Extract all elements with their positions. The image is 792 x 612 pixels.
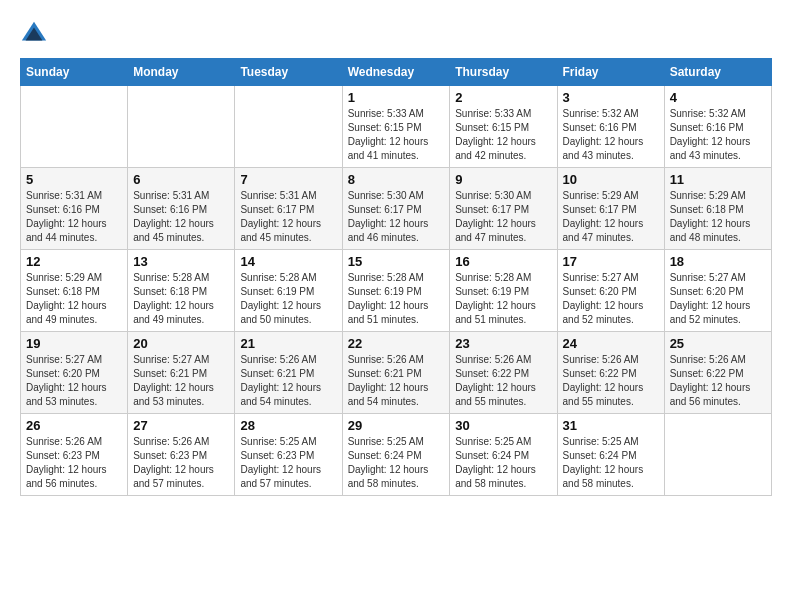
day-info: Sunrise: 5:25 AM Sunset: 6:23 PM Dayligh… <box>240 435 336 491</box>
week-row-4: 19Sunrise: 5:27 AM Sunset: 6:20 PM Dayli… <box>21 332 772 414</box>
calendar-cell: 31Sunrise: 5:25 AM Sunset: 6:24 PM Dayli… <box>557 414 664 496</box>
calendar-cell: 2Sunrise: 5:33 AM Sunset: 6:15 PM Daylig… <box>450 86 557 168</box>
day-number: 11 <box>670 172 766 187</box>
calendar-cell <box>21 86 128 168</box>
calendar-cell: 12Sunrise: 5:29 AM Sunset: 6:18 PM Dayli… <box>21 250 128 332</box>
day-of-week-friday: Friday <box>557 59 664 86</box>
calendar-cell: 20Sunrise: 5:27 AM Sunset: 6:21 PM Dayli… <box>128 332 235 414</box>
week-row-5: 26Sunrise: 5:26 AM Sunset: 6:23 PM Dayli… <box>21 414 772 496</box>
logo <box>20 20 52 48</box>
calendar-cell: 14Sunrise: 5:28 AM Sunset: 6:19 PM Dayli… <box>235 250 342 332</box>
day-info: Sunrise: 5:30 AM Sunset: 6:17 PM Dayligh… <box>455 189 551 245</box>
calendar-cell: 29Sunrise: 5:25 AM Sunset: 6:24 PM Dayli… <box>342 414 450 496</box>
day-number: 22 <box>348 336 445 351</box>
day-info: Sunrise: 5:29 AM Sunset: 6:18 PM Dayligh… <box>26 271 122 327</box>
calendar-cell: 3Sunrise: 5:32 AM Sunset: 6:16 PM Daylig… <box>557 86 664 168</box>
calendar-table: SundayMondayTuesdayWednesdayThursdayFrid… <box>20 58 772 496</box>
day-info: Sunrise: 5:32 AM Sunset: 6:16 PM Dayligh… <box>670 107 766 163</box>
day-number: 12 <box>26 254 122 269</box>
day-info: Sunrise: 5:32 AM Sunset: 6:16 PM Dayligh… <box>563 107 659 163</box>
day-info: Sunrise: 5:27 AM Sunset: 6:20 PM Dayligh… <box>26 353 122 409</box>
day-number: 26 <box>26 418 122 433</box>
day-number: 19 <box>26 336 122 351</box>
calendar-cell: 17Sunrise: 5:27 AM Sunset: 6:20 PM Dayli… <box>557 250 664 332</box>
day-info: Sunrise: 5:28 AM Sunset: 6:19 PM Dayligh… <box>348 271 445 327</box>
day-info: Sunrise: 5:28 AM Sunset: 6:19 PM Dayligh… <box>240 271 336 327</box>
day-info: Sunrise: 5:27 AM Sunset: 6:20 PM Dayligh… <box>670 271 766 327</box>
day-info: Sunrise: 5:26 AM Sunset: 6:21 PM Dayligh… <box>240 353 336 409</box>
day-number: 20 <box>133 336 229 351</box>
week-row-2: 5Sunrise: 5:31 AM Sunset: 6:16 PM Daylig… <box>21 168 772 250</box>
day-of-week-thursday: Thursday <box>450 59 557 86</box>
calendar-cell: 13Sunrise: 5:28 AM Sunset: 6:18 PM Dayli… <box>128 250 235 332</box>
day-of-week-monday: Monday <box>128 59 235 86</box>
calendar-cell: 1Sunrise: 5:33 AM Sunset: 6:15 PM Daylig… <box>342 86 450 168</box>
day-number: 30 <box>455 418 551 433</box>
day-of-week-wednesday: Wednesday <box>342 59 450 86</box>
calendar-cell: 6Sunrise: 5:31 AM Sunset: 6:16 PM Daylig… <box>128 168 235 250</box>
calendar-cell: 15Sunrise: 5:28 AM Sunset: 6:19 PM Dayli… <box>342 250 450 332</box>
day-number: 14 <box>240 254 336 269</box>
calendar-cell: 26Sunrise: 5:26 AM Sunset: 6:23 PM Dayli… <box>21 414 128 496</box>
day-info: Sunrise: 5:26 AM Sunset: 6:22 PM Dayligh… <box>455 353 551 409</box>
calendar-cell: 23Sunrise: 5:26 AM Sunset: 6:22 PM Dayli… <box>450 332 557 414</box>
day-info: Sunrise: 5:26 AM Sunset: 6:22 PM Dayligh… <box>670 353 766 409</box>
day-info: Sunrise: 5:28 AM Sunset: 6:19 PM Dayligh… <box>455 271 551 327</box>
calendar-cell: 10Sunrise: 5:29 AM Sunset: 6:17 PM Dayli… <box>557 168 664 250</box>
calendar-cell: 8Sunrise: 5:30 AM Sunset: 6:17 PM Daylig… <box>342 168 450 250</box>
day-info: Sunrise: 5:26 AM Sunset: 6:22 PM Dayligh… <box>563 353 659 409</box>
day-info: Sunrise: 5:33 AM Sunset: 6:15 PM Dayligh… <box>455 107 551 163</box>
day-number: 8 <box>348 172 445 187</box>
week-row-3: 12Sunrise: 5:29 AM Sunset: 6:18 PM Dayli… <box>21 250 772 332</box>
day-info: Sunrise: 5:26 AM Sunset: 6:21 PM Dayligh… <box>348 353 445 409</box>
day-number: 28 <box>240 418 336 433</box>
day-of-week-tuesday: Tuesday <box>235 59 342 86</box>
calendar-cell: 16Sunrise: 5:28 AM Sunset: 6:19 PM Dayli… <box>450 250 557 332</box>
calendar-cell: 30Sunrise: 5:25 AM Sunset: 6:24 PM Dayli… <box>450 414 557 496</box>
calendar-cell <box>128 86 235 168</box>
calendar-header-row: SundayMondayTuesdayWednesdayThursdayFrid… <box>21 59 772 86</box>
calendar-cell: 7Sunrise: 5:31 AM Sunset: 6:17 PM Daylig… <box>235 168 342 250</box>
day-number: 21 <box>240 336 336 351</box>
day-number: 15 <box>348 254 445 269</box>
day-info: Sunrise: 5:28 AM Sunset: 6:18 PM Dayligh… <box>133 271 229 327</box>
day-number: 1 <box>348 90 445 105</box>
calendar-cell: 11Sunrise: 5:29 AM Sunset: 6:18 PM Dayli… <box>664 168 771 250</box>
day-info: Sunrise: 5:31 AM Sunset: 6:16 PM Dayligh… <box>26 189 122 245</box>
calendar-cell: 21Sunrise: 5:26 AM Sunset: 6:21 PM Dayli… <box>235 332 342 414</box>
day-number: 29 <box>348 418 445 433</box>
day-info: Sunrise: 5:27 AM Sunset: 6:21 PM Dayligh… <box>133 353 229 409</box>
day-info: Sunrise: 5:25 AM Sunset: 6:24 PM Dayligh… <box>455 435 551 491</box>
day-info: Sunrise: 5:26 AM Sunset: 6:23 PM Dayligh… <box>26 435 122 491</box>
day-info: Sunrise: 5:25 AM Sunset: 6:24 PM Dayligh… <box>348 435 445 491</box>
day-number: 17 <box>563 254 659 269</box>
day-of-week-sunday: Sunday <box>21 59 128 86</box>
day-number: 31 <box>563 418 659 433</box>
calendar-cell: 28Sunrise: 5:25 AM Sunset: 6:23 PM Dayli… <box>235 414 342 496</box>
day-info: Sunrise: 5:25 AM Sunset: 6:24 PM Dayligh… <box>563 435 659 491</box>
day-number: 13 <box>133 254 229 269</box>
day-number: 23 <box>455 336 551 351</box>
calendar-cell: 25Sunrise: 5:26 AM Sunset: 6:22 PM Dayli… <box>664 332 771 414</box>
day-number: 18 <box>670 254 766 269</box>
logo-icon <box>20 20 48 48</box>
day-info: Sunrise: 5:26 AM Sunset: 6:23 PM Dayligh… <box>133 435 229 491</box>
calendar-cell: 22Sunrise: 5:26 AM Sunset: 6:21 PM Dayli… <box>342 332 450 414</box>
day-info: Sunrise: 5:30 AM Sunset: 6:17 PM Dayligh… <box>348 189 445 245</box>
day-number: 2 <box>455 90 551 105</box>
calendar-cell: 24Sunrise: 5:26 AM Sunset: 6:22 PM Dayli… <box>557 332 664 414</box>
day-number: 6 <box>133 172 229 187</box>
day-info: Sunrise: 5:29 AM Sunset: 6:18 PM Dayligh… <box>670 189 766 245</box>
day-info: Sunrise: 5:31 AM Sunset: 6:16 PM Dayligh… <box>133 189 229 245</box>
day-number: 5 <box>26 172 122 187</box>
day-number: 3 <box>563 90 659 105</box>
day-info: Sunrise: 5:27 AM Sunset: 6:20 PM Dayligh… <box>563 271 659 327</box>
day-number: 4 <box>670 90 766 105</box>
day-number: 27 <box>133 418 229 433</box>
calendar-cell: 5Sunrise: 5:31 AM Sunset: 6:16 PM Daylig… <box>21 168 128 250</box>
calendar-cell: 9Sunrise: 5:30 AM Sunset: 6:17 PM Daylig… <box>450 168 557 250</box>
week-row-1: 1Sunrise: 5:33 AM Sunset: 6:15 PM Daylig… <box>21 86 772 168</box>
calendar-cell <box>235 86 342 168</box>
day-number: 9 <box>455 172 551 187</box>
day-info: Sunrise: 5:29 AM Sunset: 6:17 PM Dayligh… <box>563 189 659 245</box>
